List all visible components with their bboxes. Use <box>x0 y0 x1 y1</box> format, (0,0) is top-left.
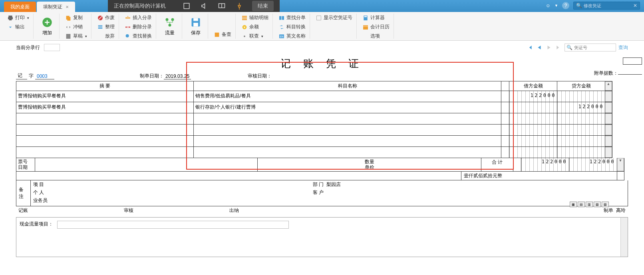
add-button[interactable]: 增加 <box>38 14 57 38</box>
top-search-box[interactable]: 🔍 ✕ <box>573 2 640 10</box>
narrow-cell <box>501 102 509 113</box>
insert-row-button[interactable]: 插入分录 <box>123 14 153 22</box>
print-button[interactable]: 打印▾ <box>6 14 31 22</box>
mini-btn-1[interactable]: ▦ <box>570 202 577 207</box>
increment-box[interactable] <box>623 57 642 65</box>
make-date-value[interactable]: 2019.03.25 <box>164 73 191 79</box>
tidy-button[interactable]: 整理 <box>95 23 116 31</box>
debit-cell[interactable] <box>509 113 557 125</box>
delete-row-button[interactable]: 删除分录 <box>123 23 153 31</box>
balance-button[interactable]: ¥余额 <box>240 23 270 31</box>
debit-cell[interactable] <box>509 136 557 147</box>
nav-prev-button[interactable] <box>536 44 543 51</box>
offset-label: 冲销 <box>73 24 83 30</box>
mini-btn-2[interactable]: ▤ <box>578 202 585 207</box>
credit-cell[interactable]: 122000 <box>557 102 605 113</box>
account-cell[interactable]: 销售费用/低值易耗品/餐具 <box>194 91 501 102</box>
mini-btn-4[interactable]: ▧ <box>594 202 601 207</box>
show-empty-voucher-label: 显示空凭证号 <box>324 14 352 21</box>
link-query-button[interactable]: 联查▾ <box>240 32 270 40</box>
credit-cell[interactable] <box>557 91 605 102</box>
col-account: 科目名称 <box>194 81 501 91</box>
draft-button[interactable]: 草稿▾ <box>64 32 89 40</box>
debit-cell[interactable] <box>509 125 557 136</box>
dropdown-icon[interactable]: ▼ <box>555 4 558 8</box>
copy-button[interactable]: 复制 <box>64 14 89 22</box>
close-icon[interactable]: ✕ <box>66 5 69 9</box>
summary-cell[interactable] <box>16 136 194 147</box>
cashflow-scrollbar[interactable] <box>620 218 628 257</box>
nav-next-button[interactable] <box>545 44 553 51</box>
smile-icon[interactable]: ☺ <box>546 3 551 8</box>
account-cell[interactable]: 银行存款/个人银行/建行曹博 <box>194 102 501 113</box>
save-button[interactable]: 保存 <box>186 14 205 38</box>
attach-value[interactable] <box>618 74 642 75</box>
credit-cell[interactable] <box>557 125 605 136</box>
debit-cell[interactable] <box>509 102 557 113</box>
sign-audit: 审核 <box>124 207 133 214</box>
remark-person-label: 个 人 <box>33 190 44 195</box>
help-icon[interactable]: ? <box>562 2 569 9</box>
query-button[interactable]: 查询 <box>618 44 628 51</box>
void-button[interactable]: 作废 <box>95 14 116 22</box>
account-cell[interactable] <box>194 136 501 147</box>
svg-point-20 <box>171 18 174 21</box>
credit-cell[interactable] <box>557 147 605 158</box>
credit-cell[interactable] <box>557 113 605 125</box>
draft-label: 草稿 <box>73 33 83 40</box>
credit-cell[interactable] <box>557 136 605 147</box>
nav-first-button[interactable] <box>526 44 533 51</box>
sign-cashier: 出纳 <box>229 207 239 214</box>
summary-cell[interactable] <box>16 147 194 158</box>
screen-icon[interactable] <box>217 1 227 11</box>
backup-button[interactable]: 备查 <box>212 30 233 39</box>
export-button[interactable]: 输出 <box>6 23 31 31</box>
scroll-up-icon[interactable]: ▲ <box>605 82 612 87</box>
account-cell[interactable] <box>194 113 501 125</box>
calendar-button[interactable]: 会计日历 <box>361 23 391 31</box>
debit-cell[interactable] <box>509 147 557 158</box>
debit-cell[interactable]: 122000 <box>509 91 557 102</box>
summary-cell[interactable] <box>16 125 194 136</box>
voucher-type[interactable]: 记 <box>16 72 27 79</box>
scroll-bottom: ▼ <box>617 158 624 172</box>
aux-detail-button[interactable]: 辅助明细 <box>240 14 270 22</box>
find-replace-button[interactable]: 查找替换 <box>123 32 153 40</box>
print-label: 打印 <box>15 14 25 21</box>
summary-cell[interactable] <box>16 113 194 125</box>
current-row-input[interactable] <box>44 44 60 51</box>
options-button[interactable]: 选项 <box>361 32 391 40</box>
flow-button[interactable]: 流量 <box>160 14 179 38</box>
sound-icon[interactable] <box>199 1 209 11</box>
voucher-number-search[interactable]: 🔍 <box>564 44 616 51</box>
ticket-value[interactable] <box>35 158 258 172</box>
mini-btn-5[interactable]: ▨ <box>602 202 609 207</box>
show-empty-voucher-button[interactable]: 显示空凭证号 <box>314 14 354 22</box>
clear-search-icon[interactable]: ✕ <box>633 3 637 8</box>
voucher-number[interactable]: 0003 <box>35 73 54 79</box>
summary-cell[interactable]: 曹博报销购买早餐餐具 <box>16 102 194 113</box>
account-cell[interactable] <box>194 147 501 158</box>
account-cell[interactable] <box>194 125 501 136</box>
svg-line-18 <box>129 37 130 38</box>
tab-voucher[interactable]: 填制凭证✕ <box>37 2 75 12</box>
end-remote-button[interactable]: 结束 <box>252 1 274 11</box>
find-split-button[interactable]: 查找分单 <box>277 14 307 22</box>
scroll-down-icon[interactable]: ▼ <box>617 158 624 164</box>
remark-label: 备注 <box>16 180 31 206</box>
nav-last-button[interactable] <box>555 44 562 51</box>
mini-btn-3[interactable]: ▥ <box>586 202 593 207</box>
account-convert-button[interactable]: 科目转换 <box>277 23 307 31</box>
calculator-button[interactable]: 计算器 <box>361 14 391 22</box>
top-search-input[interactable] <box>584 3 632 8</box>
offset-button[interactable]: 冲销 <box>64 23 89 31</box>
tab-desktop[interactable]: 我的桌面 <box>4 2 36 12</box>
cashflow-input[interactable] <box>57 221 289 229</box>
summary-cell[interactable]: 曹博报销购买早餐餐具 <box>16 91 194 102</box>
fullscreen-icon[interactable] <box>182 1 191 11</box>
scroll-cell <box>605 91 612 102</box>
pin-icon[interactable] <box>235 1 244 11</box>
abandon-button[interactable]: 放弃 <box>95 32 116 40</box>
english-name-button[interactable]: EN英文名称 <box>277 32 307 40</box>
voucher-number-input[interactable] <box>574 45 614 50</box>
